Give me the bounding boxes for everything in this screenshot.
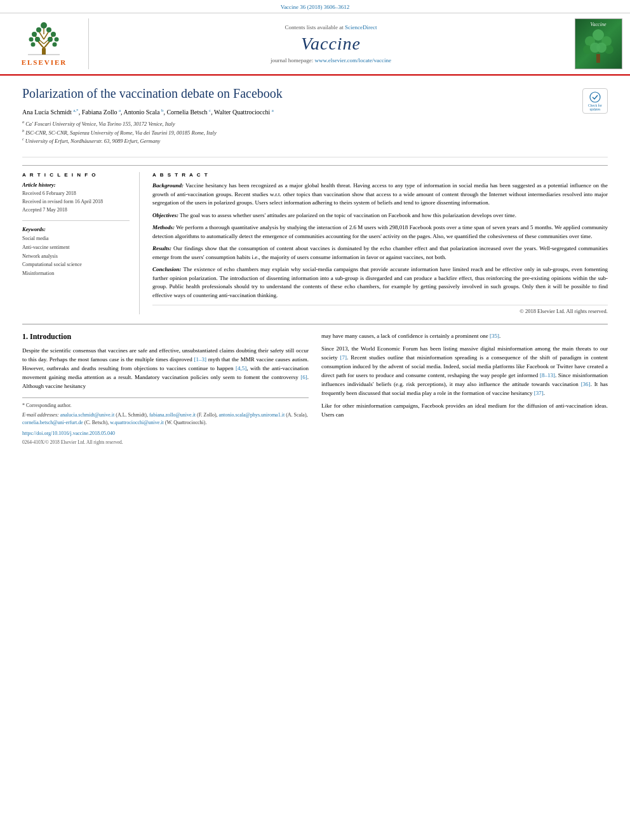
email-addresses: E-mail addresses: analucia.schmidt@unive… (22, 411, 309, 427)
article-info-abstract-section: A R T I C L E I N F O Article history: R… (22, 165, 608, 314)
homepage-url[interactable]: www.elsevier.com/locate/vaccine (315, 57, 391, 63)
svg-point-9 (36, 27, 41, 32)
email-links[interactable]: analucia.schmidt@unive.it (60, 412, 115, 418)
affiliation-c: c University of Erfurt, Nordhäuserstr. 6… (22, 137, 608, 145)
cover-plant-icon (582, 29, 614, 63)
intro-paragraph-3: Like for other misinformation campaigns,… (321, 402, 608, 420)
svg-point-12 (51, 32, 56, 37)
doi-link[interactable]: https://doi.org/10.1016/j.vaccine.2018.0… (22, 430, 309, 437)
results-label: Results: (152, 245, 171, 251)
svg-line-1 (37, 41, 44, 48)
section-divider (22, 324, 608, 324)
received-revised-date: Received in revised form 16 April 2018 (22, 198, 130, 206)
cover-title: Vaccine (591, 22, 607, 27)
keyword-misinformation: Misinformation (22, 269, 130, 278)
intro-paragraph-2: Since 2013, the World Economic Forum has… (321, 345, 608, 398)
svg-point-26 (596, 43, 607, 53)
title-area: Polarization of the vaccination debate o… (22, 85, 608, 157)
svg-point-17 (31, 43, 36, 47)
journal-homepage: journal homepage: www.elsevier.com/locat… (271, 57, 391, 63)
check-for-updates-badge: Check for updates (582, 88, 608, 114)
abstract-conclusion: Conclusion: The existence of echo chambe… (152, 265, 608, 300)
keywords-label: Keywords: (22, 226, 130, 232)
authors-line: Ana Lucía Schmidt a,*, Fabiana Zollo a, … (22, 108, 608, 116)
intro-right-column: may have many causes, a lack of confiden… (321, 332, 608, 446)
article-history-label: Article history: (22, 182, 130, 188)
journal-header: ELSEVIER Contents lists available at Sci… (0, 13, 630, 76)
corresponding-author-note: * Corresponding author. (22, 402, 309, 410)
conclusion-text: The existence of echo chambers may expla… (152, 266, 608, 298)
check-updates-icon (589, 91, 601, 103)
abstract-methods: Methods: We perform a thorough quantitat… (152, 223, 608, 241)
objectives-text: The goal was to assess whether users' at… (180, 212, 516, 218)
issn-line: 0264-410X/© 2018 Elsevier Ltd. All right… (22, 439, 309, 446)
svg-rect-0 (42, 48, 46, 55)
received-date: Received 6 February 2018 (22, 190, 130, 198)
intro-paragraph-1: Despite the scientific consensus that va… (22, 347, 309, 391)
conclusion-label: Conclusion: (152, 266, 182, 272)
journal-citation: Vaccine 36 (2018) 3606–3612 (281, 4, 350, 10)
journal-name: Vaccine (301, 34, 361, 54)
intro-left-column: 1. Introduction Despite the scientific c… (22, 332, 309, 446)
affiliations: a Ca' Foscari University of Venice, Via … (22, 119, 608, 145)
svg-point-10 (46, 27, 51, 32)
sciencedirect-link[interactable]: ScienceDirect (345, 24, 377, 30)
elsevier-tree-icon (25, 22, 63, 57)
keywords-section: Keywords: Social media Anti-vaccine sent… (22, 226, 130, 277)
svg-point-8 (41, 22, 47, 29)
article-body: Polarization of the vaccination debate o… (0, 76, 630, 455)
elsevier-wordmark: ELSEVIER (22, 58, 67, 66)
results-text: Our findings show that the consumption o… (152, 245, 608, 260)
article-title: Polarization of the vaccination debate o… (22, 85, 608, 102)
abstract-objectives: Objectives: The goal was to assess wheth… (152, 211, 608, 220)
elsevier-logo: ELSEVIER (22, 22, 67, 66)
introduction-section: 1. Introduction Despite the scientific c… (22, 332, 608, 446)
svg-point-14 (48, 37, 53, 42)
methods-label: Methods: (152, 224, 175, 230)
background-text: Vaccine hesitancy has been recognized as… (152, 182, 608, 206)
journal-info-center: Contents lists available at ScienceDirec… (95, 18, 566, 69)
affiliation-b: b ISC-CNR, SC-CNR, Sapienza University o… (22, 128, 608, 137)
background-label: Background: (152, 182, 184, 189)
svg-point-15 (29, 37, 34, 42)
objectives-label: Objectives: (152, 212, 178, 218)
abstract-background: Background: Vaccine hesitancy has been r… (152, 182, 608, 208)
article-info-heading: A R T I C L E I N F O (22, 172, 130, 178)
accepted-date: Accepted 7 May 2018 (22, 206, 130, 215)
abstract-heading: A B S T R A C T (152, 172, 608, 178)
svg-point-16 (55, 37, 59, 42)
svg-point-28 (590, 92, 600, 102)
intro-section-heading: 1. Introduction (22, 332, 309, 342)
journal-cover-area: Vaccine (573, 18, 624, 69)
svg-point-13 (35, 37, 40, 42)
svg-point-18 (53, 43, 57, 47)
article-history-items: Received 6 February 2018 Received in rev… (22, 190, 130, 214)
methods-text: We perform a thorough quantitative analy… (152, 224, 608, 239)
affiliation-a: a Ca' Foscari University of Venice, Via … (22, 119, 608, 128)
keyword-network: Network analysis (22, 252, 130, 261)
svg-point-11 (32, 32, 37, 37)
keyword-antivaccine: Anti-vaccine sentiment (22, 243, 130, 252)
abstract-results: Results: Our findings show that the cons… (152, 244, 608, 262)
svg-line-2 (44, 41, 50, 48)
top-bar: Vaccine 36 (2018) 3606–3612 (0, 0, 630, 13)
keyword-social-media: Social media (22, 234, 130, 243)
article-info-column: A R T I C L E I N F O Article history: R… (22, 172, 140, 314)
footnote-area: * Corresponding author. E-mail addresses… (22, 397, 309, 446)
svg-rect-27 (596, 54, 600, 63)
keyword-computational: Computational social science (22, 260, 130, 269)
sciencedirect-text: Contents lists available at ScienceDirec… (285, 24, 377, 30)
vaccine-cover-image: Vaccine (575, 18, 622, 69)
copyright-line: © 2018 Elsevier Ltd. All rights reserved… (152, 305, 608, 314)
intro-continuation: may have many causes, a lack of confiden… (321, 332, 608, 341)
abstract-column: A B S T R A C T Background: Vaccine hesi… (152, 172, 608, 314)
elsevier-logo-area: ELSEVIER (6, 18, 89, 69)
